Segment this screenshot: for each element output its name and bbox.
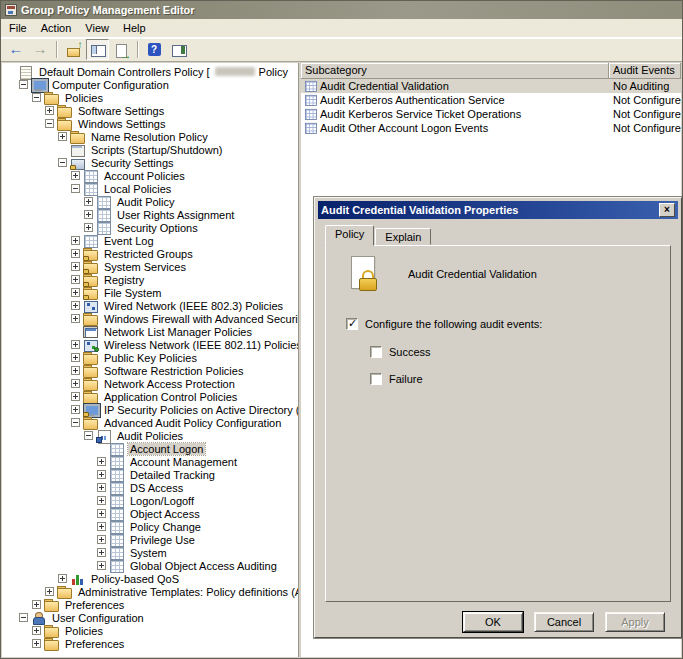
tree-item[interactable]: Default Domain Controllers Policy [Polic… — [2, 65, 298, 78]
expander-plus-icon[interactable] — [45, 587, 54, 596]
expander-plus-icon[interactable] — [71, 392, 80, 401]
tree-item[interactable]: Software Restriction Policies — [2, 364, 298, 377]
tree-item[interactable]: Network Access Protection — [2, 377, 298, 390]
expander-plus-icon[interactable] — [84, 197, 93, 206]
expander-plus-icon[interactable] — [32, 600, 41, 609]
expander-plus-icon[interactable] — [71, 340, 80, 349]
cancel-button[interactable]: Cancel — [534, 612, 594, 632]
list-row[interactable]: Audit Other Account Logon EventsNot Conf… — [301, 121, 681, 135]
expander-plus-icon[interactable] — [71, 275, 80, 284]
configure-checkbox[interactable] — [346, 318, 358, 330]
expander-plus-icon[interactable] — [32, 626, 41, 635]
expander-minus-icon[interactable] — [71, 184, 80, 193]
show-action-pane-button[interactable] — [167, 39, 190, 60]
tree-item[interactable]: User Configuration — [2, 611, 298, 624]
menu-view[interactable]: View — [78, 20, 116, 36]
tree-item[interactable]: Policy-based QoS — [2, 572, 298, 585]
up-button[interactable] — [62, 39, 85, 60]
tree-item[interactable]: Account Logon — [2, 442, 298, 455]
expander-minus-icon[interactable] — [19, 80, 28, 89]
tree-item[interactable]: Audit Policies — [2, 429, 298, 442]
expander-plus-icon[interactable] — [45, 106, 54, 115]
failure-checkbox[interactable] — [370, 373, 382, 385]
expander-plus-icon[interactable] — [97, 535, 106, 544]
tree-item[interactable]: Windows Settings — [2, 117, 298, 130]
expander-plus-icon[interactable] — [71, 301, 80, 310]
tree-item[interactable]: File System — [2, 286, 298, 299]
tree-item[interactable]: Security Options — [2, 221, 298, 234]
menu-help[interactable]: Help — [116, 20, 153, 36]
tree-item[interactable]: Security Settings — [2, 156, 298, 169]
show-console-tree-button[interactable] — [86, 39, 109, 60]
tree-item[interactable]: Restricted Groups — [2, 247, 298, 260]
expander-plus-icon[interactable] — [97, 522, 106, 531]
expander-plus-icon[interactable] — [58, 132, 67, 141]
expander-plus-icon[interactable] — [71, 353, 80, 362]
expander-minus-icon[interactable] — [84, 431, 93, 440]
tree-item[interactable]: Policies — [2, 624, 298, 637]
expander-plus-icon[interactable] — [97, 509, 106, 518]
tree-item[interactable]: Event Log — [2, 234, 298, 247]
tree-item[interactable]: Logon/Logoff — [2, 494, 298, 507]
expander-plus-icon[interactable] — [71, 288, 80, 297]
list-row[interactable]: Audit Kerberos Service Ticket Operations… — [301, 107, 681, 121]
help-button[interactable] — [143, 39, 166, 60]
column-header-audit-events[interactable]: Audit Events — [609, 63, 681, 78]
success-checkbox[interactable] — [370, 346, 382, 358]
tree-item[interactable]: Application Control Policies — [2, 390, 298, 403]
tree-item[interactable]: Wired Network (IEEE 802.3) Policies — [2, 299, 298, 312]
tree-item[interactable]: Local Policies — [2, 182, 298, 195]
expander-plus-icon[interactable] — [84, 210, 93, 219]
tree-item[interactable]: Registry — [2, 273, 298, 286]
expander-minus-icon[interactable] — [71, 418, 80, 427]
expander-plus-icon[interactable] — [97, 496, 106, 505]
forward-button[interactable] — [29, 39, 52, 60]
tree-item[interactable]: Privilege Use — [2, 533, 298, 546]
tree-item[interactable]: System Services — [2, 260, 298, 273]
tree-item[interactable]: System — [2, 546, 298, 559]
expander-plus-icon[interactable] — [97, 548, 106, 557]
tab-explain[interactable]: Explain — [375, 228, 431, 245]
tree-item[interactable]: Account Policies — [2, 169, 298, 182]
tree-item[interactable]: Account Management — [2, 455, 298, 468]
list-row[interactable]: Audit Kerberos Authentication ServiceNot… — [301, 93, 681, 107]
expander-plus-icon[interactable] — [71, 405, 80, 414]
tree-item[interactable]: Network List Manager Policies — [2, 325, 298, 338]
tree-item[interactable]: Policy Change — [2, 520, 298, 533]
ok-button[interactable]: OK — [463, 612, 523, 632]
expander-plus-icon[interactable] — [97, 483, 106, 492]
expander-minus-icon[interactable] — [19, 613, 28, 622]
expander-plus-icon[interactable] — [71, 249, 80, 258]
expander-plus-icon[interactable] — [71, 366, 80, 375]
dialog-close-button[interactable]: × — [659, 203, 675, 217]
list-row[interactable]: Audit Credential ValidationNo Auditing — [301, 79, 681, 93]
expander-plus-icon[interactable] — [71, 379, 80, 388]
tree-item[interactable]: Preferences — [2, 598, 298, 611]
tree-item[interactable]: Public Key Policies — [2, 351, 298, 364]
expander-plus-icon[interactable] — [58, 574, 67, 583]
expander-plus-icon[interactable] — [97, 457, 106, 466]
tree-item[interactable]: Advanced Audit Policy Configuration — [2, 416, 298, 429]
tree-item[interactable]: Computer Configuration — [2, 78, 298, 91]
expander-minus-icon[interactable] — [58, 158, 67, 167]
expander-plus-icon[interactable] — [71, 262, 80, 271]
tree-item[interactable]: Administrative Templates: Policy definit… — [2, 585, 298, 598]
menu-action[interactable]: Action — [34, 20, 79, 36]
expander-plus-icon[interactable] — [71, 236, 80, 245]
dialog-titlebar[interactable]: Audit Credential Validation Properties × — [318, 201, 678, 219]
tree-item[interactable]: Preferences — [2, 637, 298, 650]
expander-plus-icon[interactable] — [97, 470, 106, 479]
expander-minus-icon[interactable] — [45, 119, 54, 128]
expander-plus-icon[interactable] — [71, 171, 80, 180]
expander-plus-icon[interactable] — [71, 314, 80, 323]
tab-policy[interactable]: Policy — [325, 225, 374, 246]
tree-item[interactable]: Detailed Tracking — [2, 468, 298, 481]
expander-plus-icon[interactable] — [97, 561, 106, 570]
tree-item[interactable]: Software Settings — [2, 104, 298, 117]
expander-minus-icon[interactable] — [32, 93, 41, 102]
window-titlebar[interactable]: Group Policy Management Editor — [1, 1, 682, 19]
tree-item[interactable]: Wireless Network (IEEE 802.11) Policies — [2, 338, 298, 351]
tree-item[interactable]: IP Security Policies on Active Directory… — [2, 403, 298, 416]
menu-file[interactable]: File — [2, 20, 34, 36]
tree-item[interactable]: Object Access — [2, 507, 298, 520]
